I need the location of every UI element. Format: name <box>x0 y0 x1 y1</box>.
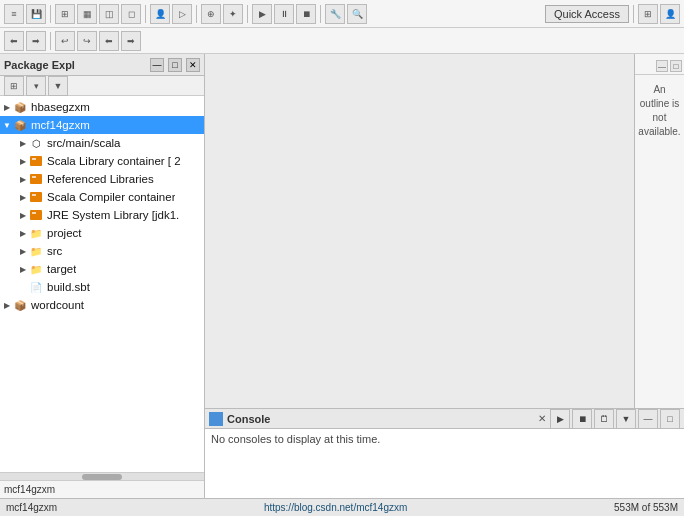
tree-item-icon-target: 📁 <box>28 261 44 277</box>
right-panel-max[interactable]: □ <box>670 60 682 72</box>
separator-2 <box>145 5 146 23</box>
console-icon <box>209 412 223 426</box>
tree-item-srcmainscala[interactable]: ▶⬡src/main/scala <box>0 134 204 152</box>
separator-4 <box>247 5 248 23</box>
tree-item-wordcount[interactable]: ▶📦wordcount <box>0 296 204 314</box>
toolbar-btn-2[interactable]: 💾 <box>26 4 46 24</box>
pkg-status: mcf14gzxm <box>0 480 204 498</box>
svg-rect-6 <box>30 210 42 220</box>
pkg-panel-minimize[interactable]: — <box>150 58 164 72</box>
tree-item-label-jre-lib: JRE System Library [jdk1. <box>47 209 179 221</box>
tree-item-ref-libs[interactable]: ▶ Referenced Libraries <box>0 170 204 188</box>
tree-item-arrow-scala-lib[interactable]: ▶ <box>18 156 28 166</box>
pkg-toolbar-btn-1[interactable]: ⊞ <box>4 76 24 96</box>
toolbar-btn-16[interactable]: ⊞ <box>638 4 658 24</box>
tree-item-scala-compiler[interactable]: ▶ Scala Compiler container <box>0 188 204 206</box>
tree-item-arrow-target[interactable]: ▶ <box>18 264 28 274</box>
toolbar-btn-11[interactable]: ▶ <box>252 4 272 24</box>
console-empty-message: No consoles to display at this time. <box>211 433 380 445</box>
package-explorer-panel: Package Expl — □ ✕ ⊞ ▾ ▼ ▶📦hbasegzxm▼📦mc… <box>0 54 205 498</box>
editor-main: — □ An outline is not available. <box>205 54 684 408</box>
tree-item-arrow-srcmainscala[interactable]: ▶ <box>18 138 28 148</box>
svg-rect-0 <box>30 156 42 166</box>
toolbar-btn-3[interactable]: ⊞ <box>55 4 75 24</box>
tree-item-scala-lib[interactable]: ▶ Scala Library container [ 2 <box>0 152 204 170</box>
tree-item-icon-hbasegzxm: 📦 <box>12 99 28 115</box>
tree-item-arrow-scala-compiler[interactable]: ▶ <box>18 192 28 202</box>
toolbar-top: ≡ 💾 ⊞ ▦ ◫ ◻ 👤 ▷ ⊕ ✦ ▶ ⏸ ⏹ 🔧 🔍 Quick Acce… <box>0 0 684 28</box>
console-toolbar: ▶ ⏹ 🗒 ▼ — □ <box>550 409 680 429</box>
tree-item-jre-lib[interactable]: ▶ JRE System Library [jdk1. <box>0 206 204 224</box>
console-title: Console <box>227 413 534 425</box>
svg-rect-2 <box>30 174 42 184</box>
console-run-btn[interactable]: ▶ <box>550 409 570 429</box>
toolbar-btn-10[interactable]: ✦ <box>223 4 243 24</box>
toolbar-btn-15[interactable]: 🔍 <box>347 4 367 24</box>
status-bar: mcf14gzxm https://blog.csdn.net/mcf14gzx… <box>0 498 684 516</box>
tree-item-icon-jre-lib <box>28 207 44 223</box>
console-stop-btn[interactable]: ⏹ <box>572 409 592 429</box>
nav-btn-1[interactable]: ⬅ <box>4 31 24 51</box>
toolbar-btn-9[interactable]: ⊕ <box>201 4 221 24</box>
pkg-panel-maximize[interactable]: □ <box>168 58 182 72</box>
pkg-toolbar-btn-2[interactable]: ▾ <box>26 76 46 96</box>
pkg-toolbar-dropdown[interactable]: ▼ <box>48 76 68 96</box>
main-area: Package Expl — □ ✕ ⊞ ▾ ▼ ▶📦hbasegzxm▼📦mc… <box>0 54 684 498</box>
separator-5 <box>320 5 321 23</box>
separator-3 <box>196 5 197 23</box>
nav-btn-6[interactable]: ➡ <box>121 31 141 51</box>
console-max-btn[interactable]: □ <box>660 409 680 429</box>
right-panel-header: — □ <box>635 58 684 75</box>
editor-content[interactable] <box>205 54 634 408</box>
tree-item-arrow-wordcount[interactable]: ▶ <box>2 300 12 310</box>
tree-item-build-sbt[interactable]: 📄build.sbt <box>0 278 204 296</box>
svg-rect-3 <box>32 176 36 178</box>
console-dropdown-btn[interactable]: ▼ <box>616 409 636 429</box>
tree-item-label-ref-libs: Referenced Libraries <box>47 173 154 185</box>
tree-item-mcf14gzxm[interactable]: ▼📦mcf14gzxm <box>0 116 204 134</box>
toolbar-btn-5[interactable]: ◫ <box>99 4 119 24</box>
tree-item-arrow-project[interactable]: ▶ <box>18 228 28 238</box>
right-panel: — □ An outline is not available. <box>634 54 684 408</box>
toolbar-btn-8[interactable]: ▷ <box>172 4 192 24</box>
toolbar-btn-6[interactable]: ◻ <box>121 4 141 24</box>
toolbar-btn-7[interactable]: 👤 <box>150 4 170 24</box>
nav-btn-5[interactable]: ⬅ <box>99 31 119 51</box>
nav-btn-4[interactable]: ↪ <box>77 31 97 51</box>
tree-item-icon-mcf14gzxm: 📦 <box>12 117 28 133</box>
tree-item-arrow-hbasegzxm[interactable]: ▶ <box>2 102 12 112</box>
console-clear-btn[interactable]: 🗒 <box>594 409 614 429</box>
toolbar-btn-14[interactable]: 🔧 <box>325 4 345 24</box>
pkg-panel-header: Package Expl — □ ✕ <box>0 54 204 76</box>
tree-item-icon-build-sbt: 📄 <box>28 279 44 295</box>
tree-item-label-target: target <box>47 263 76 275</box>
tree-item-project[interactable]: ▶📁project <box>0 224 204 242</box>
tree-item-hbasegzxm[interactable]: ▶📦hbasegzxm <box>0 98 204 116</box>
toolbar-btn-17[interactable]: 👤 <box>660 4 680 24</box>
quick-access-button[interactable]: Quick Access <box>545 5 629 23</box>
nav-sep-1 <box>50 32 51 50</box>
tree-item-arrow-ref-libs[interactable]: ▶ <box>18 174 28 184</box>
toolbar-btn-4[interactable]: ▦ <box>77 4 97 24</box>
toolbar-btn-12[interactable]: ⏸ <box>274 4 294 24</box>
toolbar-btn-1[interactable]: ≡ <box>4 4 24 24</box>
nav-btn-2[interactable]: ➡ <box>26 31 46 51</box>
svg-rect-7 <box>32 212 36 214</box>
tree-item-target[interactable]: ▶📁target <box>0 260 204 278</box>
tree-item-label-mcf14gzxm: mcf14gzxm <box>31 119 90 131</box>
tree-item-arrow-jre-lib[interactable]: ▶ <box>18 210 28 220</box>
toolbar-btn-13[interactable]: ⏹ <box>296 4 316 24</box>
tree-item-label-build-sbt: build.sbt <box>47 281 90 293</box>
console-min-btn[interactable]: — <box>638 409 658 429</box>
right-panel-min[interactable]: — <box>656 60 668 72</box>
tree-item-icon-ref-libs <box>28 171 44 187</box>
pkg-panel-close[interactable]: ✕ <box>186 58 200 72</box>
tree-item-arrow-mcf14gzxm[interactable]: ▼ <box>2 120 12 130</box>
nav-btn-3[interactable]: ↩ <box>55 31 75 51</box>
svg-rect-4 <box>30 192 42 202</box>
horizontal-scrollbar[interactable] <box>82 474 122 480</box>
tree-item-arrow-build-sbt[interactable] <box>18 282 28 292</box>
tree-item-src[interactable]: ▶📁src <box>0 242 204 260</box>
separator-1 <box>50 5 51 23</box>
tree-item-arrow-src[interactable]: ▶ <box>18 246 28 256</box>
